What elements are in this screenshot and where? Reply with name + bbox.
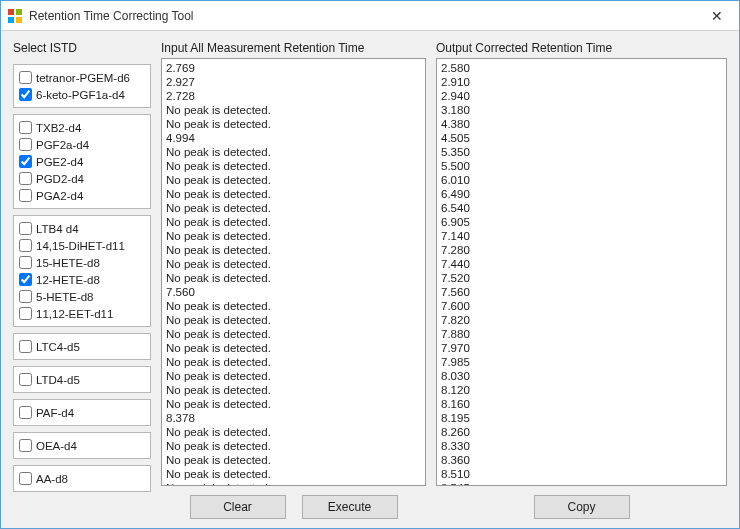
close-button[interactable]: ✕: [699, 4, 735, 28]
output-list-item[interactable]: 6.490: [441, 187, 722, 201]
execute-button[interactable]: Execute: [302, 495, 398, 519]
input-list-item[interactable]: 2.769: [166, 61, 421, 75]
output-list-item[interactable]: 5.500: [441, 159, 722, 173]
istd-checkbox[interactable]: [19, 88, 32, 101]
output-list-item[interactable]: 6.540: [441, 201, 722, 215]
copy-button[interactable]: Copy: [534, 495, 630, 519]
output-list-item[interactable]: 6.010: [441, 173, 722, 187]
input-list-item[interactable]: 8.378: [166, 411, 421, 425]
input-list-item[interactable]: No peak is detected.: [166, 201, 421, 215]
istd-item[interactable]: TXB2-d4: [19, 119, 145, 136]
input-listbox[interactable]: 2.7692.9272.728No peak is detected.No pe…: [161, 58, 426, 486]
istd-checkbox[interactable]: [19, 155, 32, 168]
istd-item[interactable]: PGE2-d4: [19, 153, 145, 170]
output-list-item[interactable]: 3.180: [441, 103, 722, 117]
input-list-item[interactable]: No peak is detected.: [166, 173, 421, 187]
istd-checkbox[interactable]: [19, 71, 32, 84]
input-list-item[interactable]: No peak is detected.: [166, 439, 421, 453]
output-list-item[interactable]: 4.505: [441, 131, 722, 145]
input-list-item[interactable]: No peak is detected.: [166, 355, 421, 369]
istd-checkbox[interactable]: [19, 121, 32, 134]
istd-checkbox[interactable]: [19, 439, 32, 452]
clear-button[interactable]: Clear: [190, 495, 286, 519]
input-list-item[interactable]: No peak is detected.: [166, 159, 421, 173]
input-list-item[interactable]: No peak is detected.: [166, 397, 421, 411]
istd-item[interactable]: PGF2a-d4: [19, 136, 145, 153]
output-list-item[interactable]: 7.880: [441, 327, 722, 341]
istd-item[interactable]: 11,12-EET-d11: [19, 305, 145, 322]
input-list-item[interactable]: No peak is detected.: [166, 299, 421, 313]
istd-item[interactable]: 5-HETE-d8: [19, 288, 145, 305]
istd-item[interactable]: tetranor-PGEM-d6: [19, 69, 145, 86]
input-list-item[interactable]: No peak is detected.: [166, 103, 421, 117]
input-list-item[interactable]: No peak is detected.: [166, 243, 421, 257]
output-list-item[interactable]: 4.380: [441, 117, 722, 131]
input-list-item[interactable]: No peak is detected.: [166, 327, 421, 341]
istd-item[interactable]: 15-HETE-d8: [19, 254, 145, 271]
istd-item[interactable]: LTD4-d5: [19, 371, 145, 388]
istd-checkbox[interactable]: [19, 472, 32, 485]
istd-item[interactable]: PAF-d4: [19, 404, 145, 421]
istd-checkbox[interactable]: [19, 307, 32, 320]
input-list-item[interactable]: No peak is detected.: [166, 313, 421, 327]
istd-checkbox[interactable]: [19, 138, 32, 151]
output-list-item[interactable]: 2.580: [441, 61, 722, 75]
output-list-item[interactable]: 7.985: [441, 355, 722, 369]
istd-checkbox[interactable]: [19, 340, 32, 353]
input-list-item[interactable]: No peak is detected.: [166, 425, 421, 439]
input-list-item[interactable]: No peak is detected.: [166, 215, 421, 229]
istd-checkbox[interactable]: [19, 189, 32, 202]
output-list-item[interactable]: 7.560: [441, 285, 722, 299]
output-list-item[interactable]: 2.910: [441, 75, 722, 89]
input-list-item[interactable]: 4.994: [166, 131, 421, 145]
input-list-item[interactable]: No peak is detected.: [166, 257, 421, 271]
istd-item[interactable]: LTC4-d5: [19, 338, 145, 355]
output-list-item[interactable]: 5.350: [441, 145, 722, 159]
input-list-item[interactable]: No peak is detected.: [166, 187, 421, 201]
istd-item[interactable]: OEA-d4: [19, 437, 145, 454]
output-list-item[interactable]: 2.940: [441, 89, 722, 103]
output-list-item[interactable]: 8.120: [441, 383, 722, 397]
output-list-item[interactable]: 7.520: [441, 271, 722, 285]
input-list-item[interactable]: 2.927: [166, 75, 421, 89]
output-listbox[interactable]: 2.5802.9102.9403.1804.3804.5055.3505.500…: [436, 58, 727, 486]
input-list-item[interactable]: No peak is detected.: [166, 467, 421, 481]
istd-checkbox[interactable]: [19, 373, 32, 386]
output-list-item[interactable]: 8.160: [441, 397, 722, 411]
istd-checkbox[interactable]: [19, 273, 32, 286]
output-list-item[interactable]: 7.970: [441, 341, 722, 355]
istd-checkbox[interactable]: [19, 222, 32, 235]
istd-item[interactable]: PGA2-d4: [19, 187, 145, 204]
input-list-item[interactable]: 7.560: [166, 285, 421, 299]
istd-item[interactable]: PGD2-d4: [19, 170, 145, 187]
output-list-item[interactable]: 8.360: [441, 453, 722, 467]
istd-item[interactable]: AA-d8: [19, 470, 145, 487]
output-list-item[interactable]: 7.140: [441, 229, 722, 243]
input-list-item[interactable]: No peak is detected.: [166, 145, 421, 159]
output-list-item[interactable]: 8.030: [441, 369, 722, 383]
output-list-item[interactable]: 8.260: [441, 425, 722, 439]
output-list-item[interactable]: 8.510: [441, 467, 722, 481]
istd-checkbox[interactable]: [19, 406, 32, 419]
input-list-item[interactable]: No peak is detected.: [166, 453, 421, 467]
output-list-item[interactable]: 6.905: [441, 215, 722, 229]
input-list-item[interactable]: No peak is detected.: [166, 229, 421, 243]
input-list-item[interactable]: No peak is detected.: [166, 341, 421, 355]
input-list-item[interactable]: No peak is detected.: [166, 271, 421, 285]
output-list-item[interactable]: 7.440: [441, 257, 722, 271]
istd-checkbox[interactable]: [19, 239, 32, 252]
input-list-item[interactable]: No peak is detected.: [166, 369, 421, 383]
output-list-item[interactable]: 7.820: [441, 313, 722, 327]
output-list-item[interactable]: 7.280: [441, 243, 722, 257]
istd-item[interactable]: 6-keto-PGF1a-d4: [19, 86, 145, 103]
output-list-item[interactable]: 7.600: [441, 299, 722, 313]
istd-item[interactable]: 12-HETE-d8: [19, 271, 145, 288]
input-list-item[interactable]: No peak is detected.: [166, 383, 421, 397]
input-list-item[interactable]: No peak is detected.: [166, 117, 421, 131]
output-list-item[interactable]: 8.195: [441, 411, 722, 425]
istd-checkbox[interactable]: [19, 256, 32, 269]
input-list-item[interactable]: 2.728: [166, 89, 421, 103]
output-list-item[interactable]: 8.330: [441, 439, 722, 453]
istd-item[interactable]: 14,15-DiHET-d11: [19, 237, 145, 254]
istd-checkbox[interactable]: [19, 290, 32, 303]
